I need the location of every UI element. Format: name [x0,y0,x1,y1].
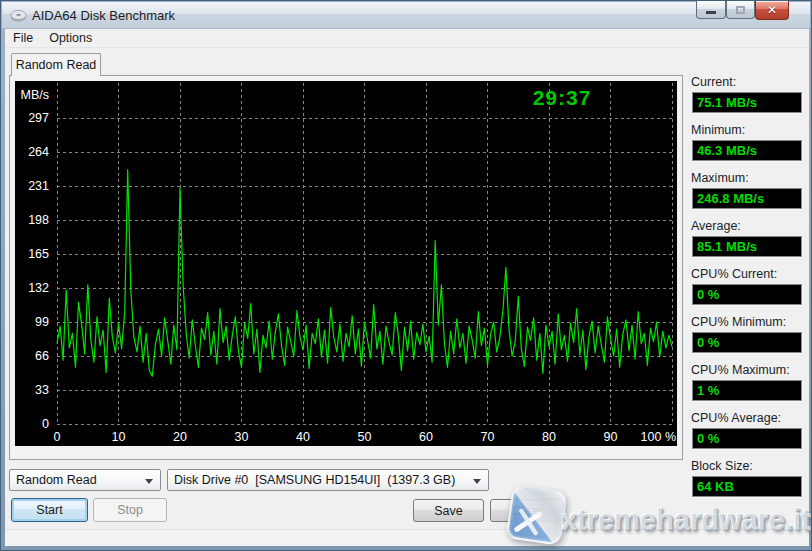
stat-group: CPU% Minimum:0 % [691,315,807,329]
stat-label: Block Size: [691,459,807,473]
axis-tick-label: 0 [42,417,49,431]
stat-label: Maximum: [691,171,807,185]
stat-label: CPU% Average: [691,411,807,425]
axis-tick-label: 99 [35,315,49,329]
axis-tick-label: 297 [28,111,49,125]
stat-value: 1 % [692,380,802,401]
stat-label: CPU% Maximum: [691,363,807,377]
axis-tick-label: 80 [542,430,556,444]
axis-tick-label: 40 [296,430,310,444]
chevron-down-icon [473,479,481,484]
stat-label: Minimum: [691,123,807,137]
axis-tick-label: 100 % [641,430,676,444]
stat-group: Minimum:46.3 MB/s [691,123,807,137]
benchmark-series-line [57,170,672,377]
close-button[interactable]: ✕ [755,1,789,20]
start-button[interactable]: Start [11,498,88,522]
disk-drive-value: Disk Drive #0 [SAMSUNG HD154UI] (1397.3 … [174,473,455,487]
tab-random-read[interactable]: Random Read [11,53,101,76]
clear-button[interactable]: Clear [490,499,564,522]
axis-tick-label: 70 [481,430,495,444]
axis-tick-label: 20 [173,430,187,444]
menu-item-file[interactable]: File [5,29,41,47]
stat-group: CPU% Average:0 % [691,411,807,425]
chevron-down-icon [145,479,153,484]
window-title: AIDA64 Disk Benchmark [32,8,175,23]
stat-label: Current: [691,75,807,89]
minimize-button[interactable] [696,1,726,19]
maximize-icon [736,6,745,14]
bottom-strip [5,529,809,546]
stat-label: Average: [691,219,807,233]
axis-tick-label: 198 [28,213,49,227]
stat-group: CPU% Current:0 % [691,267,807,281]
stat-group: Block Size:64 KB [691,459,807,473]
stat-group: Maximum:246.8 MB/s [691,171,807,185]
stat-label: CPU% Minimum: [691,315,807,329]
maximize-button [726,1,755,19]
stat-value: 75.1 MB/s [692,92,802,113]
stat-group: Current:75.1 MB/s [691,75,807,89]
chart-canvas: MB/s297264231198165132996633001020304050… [15,81,677,446]
close-icon: ✕ [767,3,777,17]
axis-tick-label: MB/s [21,88,49,102]
disk-drive-icon [10,8,27,23]
menu-item-options[interactable]: Options [41,29,100,47]
app-window: AIDA64 Disk Benchmark ✕ File Options Ran… [0,0,812,551]
disk-drive-select[interactable]: Disk Drive #0 [SAMSUNG HD154UI] (1397.3 … [167,469,489,491]
stat-value: 64 KB [692,476,802,497]
axis-tick-label: 50 [358,430,372,444]
stop-button: Stop [93,498,167,522]
axis-tick-label: 231 [28,179,49,193]
axis-tick-label: 264 [28,145,49,159]
axis-tick-label: 0 [54,430,61,444]
axis-tick-label: 66 [35,349,49,363]
axis-tick-label: 165 [28,247,49,261]
axis-tick-label: 30 [235,430,249,444]
minimize-icon [706,11,716,14]
elapsed-time: 29:37 [507,86,617,110]
save-button[interactable]: Save [413,499,484,522]
axis-tick-label: 10 [112,430,126,444]
title-bar: AIDA64 Disk Benchmark [2,2,810,29]
axis-tick-label: 132 [28,281,49,295]
menu-bar: File Options [5,29,809,48]
stat-value: 85.1 MB/s [692,236,802,257]
stat-value: 0 % [692,332,802,353]
test-type-value: Random Read [16,473,97,487]
benchmark-chart: MB/s297264231198165132996633001020304050… [15,81,677,446]
test-type-select[interactable]: Random Read [9,469,161,491]
stat-label: CPU% Current: [691,267,807,281]
stat-value: 0 % [692,284,802,305]
stat-value: 246.8 MB/s [692,188,802,209]
axis-tick-label: 33 [35,383,49,397]
stat-group: CPU% Maximum:1 % [691,363,807,377]
axis-tick-label: 90 [604,430,618,444]
stat-value: 0 % [692,428,802,449]
tab-label: Random Read [16,58,97,72]
stat-group: Average:85.1 MB/s [691,219,807,233]
axis-tick-label: 60 [419,430,433,444]
stat-value: 46.3 MB/s [692,140,802,161]
